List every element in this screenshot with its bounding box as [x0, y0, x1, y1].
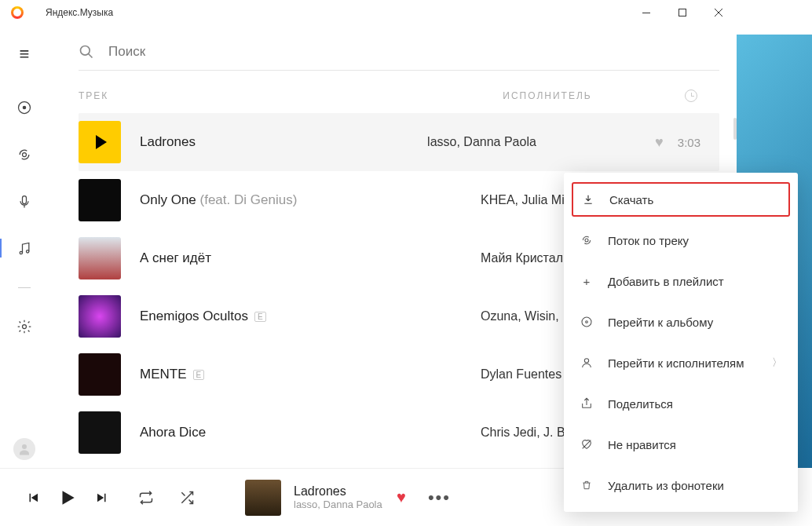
- svg-point-10: [81, 46, 90, 55]
- sidebar-separator: [18, 287, 31, 288]
- plus-icon: +: [580, 275, 594, 288]
- mic-icon[interactable]: [16, 193, 33, 210]
- track-cover[interactable]: [79, 237, 121, 279]
- app-title: Яндекс.Музыка: [46, 7, 113, 18]
- menu-goto-artists[interactable]: Перейти к исполнителям 〉: [564, 342, 798, 383]
- track-name: А снег идёт: [140, 250, 211, 266]
- trash-icon: [580, 479, 594, 491]
- menu-goto-album[interactable]: Перейти к альбому: [564, 301, 798, 342]
- column-track: ТРЕК: [79, 90, 108, 101]
- track-name: Ladrones: [140, 134, 196, 150]
- track-name: Only One (feat. Di Genius): [140, 192, 297, 208]
- track-artist[interactable]: lasso, Danna Paola: [427, 135, 647, 149]
- next-button[interactable]: [88, 491, 116, 505]
- share-icon: [580, 397, 594, 410]
- more-button[interactable]: •••: [428, 488, 451, 508]
- menu-share[interactable]: Поделиться: [564, 383, 798, 424]
- menu-dislike[interactable]: Не нравится: [564, 424, 798, 465]
- scrollbar[interactable]: [733, 118, 737, 140]
- play-button[interactable]: [53, 488, 82, 508]
- menu-stream[interactable]: Поток по треку: [564, 220, 798, 261]
- user-avatar[interactable]: [13, 438, 35, 460]
- track-name: MENTEE: [140, 367, 204, 382]
- svg-point-9: [22, 444, 27, 449]
- chevron-right-icon: 〉: [772, 356, 782, 370]
- radio-icon: [580, 234, 594, 247]
- svg-point-12: [582, 317, 591, 327]
- prev-button[interactable]: [19, 491, 47, 505]
- menu-remove[interactable]: Удалить из фонотеки: [564, 465, 798, 506]
- shuffle-button[interactable]: [173, 490, 201, 506]
- player-artist[interactable]: lasso, Danna Paola: [294, 499, 382, 510]
- settings-icon[interactable]: [16, 318, 33, 335]
- menu-icon[interactable]: ≡: [20, 44, 30, 64]
- context-menu: Скачать Поток по треку + Добавить в плей…: [564, 173, 798, 512]
- close-button[interactable]: [700, 0, 737, 25]
- track-cover[interactable]: [79, 121, 121, 163]
- search-icon: [79, 44, 94, 60]
- svg-point-11: [585, 239, 588, 242]
- player-title[interactable]: Ladrones: [294, 484, 382, 499]
- search-input[interactable]: [108, 44, 719, 60]
- svg-point-3: [23, 106, 25, 108]
- track-row[interactable]: Ladroneslasso, Danna Paola♥3:03: [79, 113, 719, 171]
- menu-add-playlist[interactable]: + Добавить в плейлист: [564, 261, 798, 301]
- svg-point-7: [27, 250, 29, 253]
- like-button[interactable]: ♥: [397, 488, 406, 506]
- svg-point-14: [584, 359, 588, 363]
- track-time: 3:03: [678, 136, 700, 149]
- titlebar: Яндекс.Музыка: [0, 0, 737, 25]
- player-cover[interactable]: [245, 480, 281, 516]
- app-logo-icon: [11, 6, 24, 19]
- download-icon: [581, 194, 595, 205]
- menu-download[interactable]: Скачать: [572, 182, 790, 217]
- maximize-button[interactable]: [664, 0, 700, 25]
- svg-rect-1: [679, 9, 686, 16]
- svg-rect-5: [23, 196, 27, 204]
- like-icon[interactable]: ♥: [655, 134, 664, 151]
- svg-point-8: [23, 325, 27, 329]
- explicit-badge: E: [254, 312, 266, 322]
- svg-point-13: [586, 321, 588, 323]
- explicit-badge: E: [193, 370, 205, 380]
- minimize-button[interactable]: [628, 0, 664, 25]
- track-name: Ahora Dice: [140, 425, 206, 440]
- track-cover[interactable]: [79, 179, 121, 221]
- column-artist: ИСПОЛНИТЕЛЬ: [503, 90, 591, 101]
- heart-off-icon: [580, 438, 594, 451]
- repeat-button[interactable]: [132, 490, 160, 506]
- music-library-icon[interactable]: [16, 240, 33, 258]
- svg-rect-0: [642, 13, 650, 13]
- track-cover[interactable]: [79, 411, 121, 454]
- track-cover[interactable]: [79, 295, 121, 338]
- note-dot-icon[interactable]: [16, 99, 33, 116]
- track-name: Enemigos OcultosE: [140, 309, 266, 324]
- clock-icon: [685, 89, 697, 102]
- track-cover[interactable]: [79, 353, 121, 396]
- radio-icon[interactable]: [16, 146, 33, 163]
- sidebar: ≡: [0, 25, 49, 468]
- svg-point-6: [20, 251, 22, 254]
- person-icon: [580, 356, 594, 369]
- disc-icon: [580, 316, 594, 328]
- svg-point-4: [23, 153, 27, 157]
